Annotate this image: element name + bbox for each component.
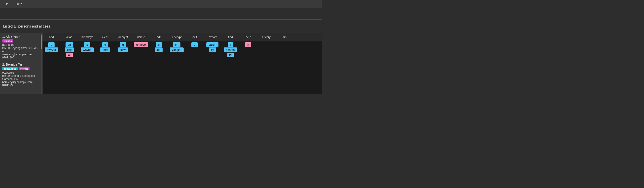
col-delete: remove (132, 41, 150, 58)
person-phone-1: 87438807 (2, 43, 40, 47)
cmd-tag-wayne[interactable]: wayne (81, 48, 94, 52)
cmd-tag-fd[interactable]: fd (227, 53, 234, 57)
cmd-tag-en[interactable]: en (173, 42, 180, 47)
commands-table: add alias birthdays clear decrypt delete… (42, 33, 322, 58)
scrollbar-thumb[interactable] (41, 35, 42, 49)
cmd-tag-e[interactable]: e (156, 42, 162, 47)
col-header-exit[interactable]: exit (186, 33, 204, 41)
col-decrypt: d xpw (114, 41, 132, 58)
cmd-tag-b[interactable]: b (84, 42, 90, 47)
col-header-export[interactable]: export (204, 33, 222, 41)
col-edit: e ed (150, 41, 168, 58)
col-header-help[interactable]: help (240, 33, 258, 41)
cmd-tag-search[interactable]: search (224, 48, 237, 52)
cmd-tag-al[interactable]: al (66, 53, 73, 57)
col-header-imp[interactable]: imp (275, 33, 293, 41)
person-id-2: 01011993 (2, 84, 40, 87)
person-email-2: berniceyu@example.com (2, 81, 40, 84)
col-header-delete[interactable]: delete (132, 33, 150, 41)
cmd-tag-myadd[interactable]: myAdd (45, 48, 58, 52)
cmd-tag-ed[interactable]: ed (155, 48, 162, 52)
cmd-tag-yongler[interactable]: yongler (170, 48, 184, 52)
col-header-clear[interactable]: clear (96, 33, 114, 41)
col-header-birthdays[interactable]: birthdays (78, 33, 96, 41)
list-item: 2. Bernice Yu colleagues friends 9927275… (2, 63, 40, 87)
col-exit: q (186, 41, 204, 58)
person-number-name-1: 1. Alex Yeoh (2, 35, 40, 39)
person-email-1: alexyeoh@example.com (2, 53, 40, 56)
col-header-encrypt[interactable]: encrypt (168, 33, 186, 41)
persons-panel: 1. Alex Yeoh friends 87438807 Blk 30 Gey… (0, 33, 42, 94)
cmd-tag-caijun[interactable]: caijun (206, 42, 218, 47)
col-imp (275, 41, 293, 58)
person-tags-2: colleagues friends (2, 67, 40, 70)
col-header-add[interactable]: add (42, 33, 60, 41)
cmd-tag-xpw[interactable]: xpw (118, 48, 128, 52)
person-address-1: Blk 30 Geylang Street 29, #06-40 (2, 47, 40, 53)
menu-help[interactable]: Help (14, 1, 24, 7)
cmd-tag-jing[interactable]: jing (65, 48, 74, 52)
person-phone-2: 99272758 (2, 71, 40, 74)
col-alias: bb jing al (60, 41, 78, 58)
col-clear: c rmrf (96, 41, 114, 58)
cmd-tag-h[interactable]: h (245, 42, 251, 47)
status-message: Listed all persons and aliases (3, 24, 50, 29)
col-birthdays: b wayne (78, 41, 96, 58)
tag-friends: friends (18, 67, 30, 70)
cmd-tag-remove[interactable]: remove (134, 42, 148, 47)
cmd-tag-d[interactable]: d (120, 42, 126, 47)
menubar: File Help (0, 0, 322, 8)
person-number-name-2: 2. Bernice Yu (2, 63, 40, 66)
cmd-tag-q[interactable]: q (192, 42, 198, 47)
main-content: 1. Alex Yeoh friends 87438807 Blk 30 Gey… (0, 33, 322, 94)
cmd-tag-rmrf[interactable]: rmrf (100, 48, 110, 52)
cmd-tag-fly[interactable]: fly (209, 48, 216, 52)
col-header-history[interactable]: history (258, 33, 275, 41)
col-find: f search fd (222, 41, 239, 58)
col-help: h (239, 41, 257, 58)
col-header-decrypt[interactable]: decrypt (114, 33, 132, 41)
list-item: 1. Alex Yeoh friends 87438807 Blk 30 Gey… (2, 35, 40, 59)
col-header-edit[interactable]: edit (150, 33, 168, 41)
col-add: a myAdd (42, 41, 60, 58)
cmd-tag-bb[interactable]: bb (66, 42, 73, 47)
col-history (257, 41, 275, 58)
col-header-alias[interactable]: alias (60, 33, 78, 41)
menu-file[interactable]: File (2, 1, 10, 7)
cmd-tag-c[interactable]: c (102, 42, 108, 47)
command-input[interactable] (3, 12, 319, 16)
commands-panel[interactable]: add alias birthdays clear decrypt delete… (42, 33, 322, 94)
tag-colleagues: colleagues (2, 67, 18, 70)
tag-friends: friends (2, 39, 13, 43)
col-encrypt: en yongler (168, 41, 186, 58)
col-header-find[interactable]: find (222, 33, 240, 41)
cmd-tag-a[interactable]: a (48, 42, 54, 47)
scrollbar-track[interactable] (41, 33, 42, 94)
status-bar: Listed all persons and aliases (0, 20, 322, 33)
col-export: caijun fly (204, 41, 222, 58)
commands-header-row: add alias birthdays clear decrypt delete… (42, 33, 322, 41)
person-address-2: Blk 30 Lorong 3 Serangoon Gardens, #07-1… (2, 74, 40, 81)
command-area (0, 8, 322, 20)
commands-data-row: a myAdd bb jing al b wayne c rmrf (42, 41, 322, 58)
person-id-1: 01011995 (2, 56, 40, 59)
person-tags-1: friends (2, 39, 40, 43)
cmd-tag-f[interactable]: f (228, 42, 233, 47)
